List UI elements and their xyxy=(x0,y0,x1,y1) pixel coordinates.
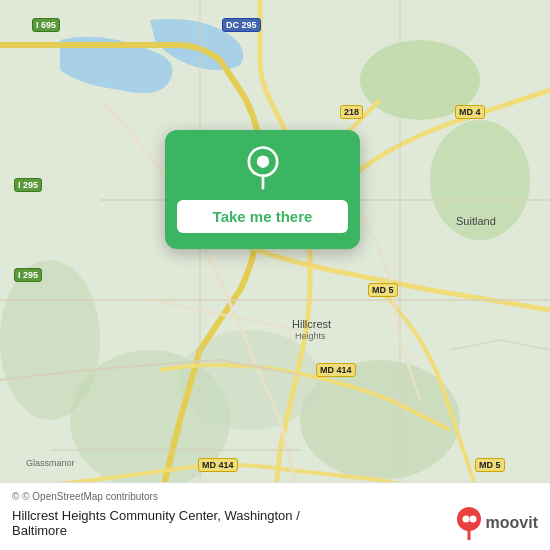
map-container: I 695 DC 295 MD 4 218 I 295 I 295 MD 5 M… xyxy=(0,0,550,550)
map-label-suitland: Suitland xyxy=(456,215,496,227)
moovit-logo: moovit xyxy=(456,506,538,540)
take-me-there-button[interactable]: Take me there xyxy=(177,200,348,233)
location-name-main: Hillcrest Heights Community Center, Wash… xyxy=(12,508,300,523)
highway-label-i695: I 695 xyxy=(32,18,60,32)
highway-label-md414-1: MD 414 xyxy=(316,363,356,377)
location-name-sub: Baltimore xyxy=(12,523,67,538)
highway-label-md4: MD 4 xyxy=(455,105,485,119)
svg-point-7 xyxy=(256,156,268,168)
attribution-text: © OpenStreetMap contributors xyxy=(22,491,158,502)
highway-label-i295-1: I 295 xyxy=(14,178,42,192)
highway-label-dc295: DC 295 xyxy=(222,18,261,32)
map-label-glassmanor: Glassmanor xyxy=(26,458,75,468)
svg-point-10 xyxy=(469,516,476,523)
road-svg xyxy=(0,0,550,550)
highway-label-218: 218 xyxy=(340,105,363,119)
location-row: Hillcrest Heights Community Center, Wash… xyxy=(12,506,538,540)
location-name: Hillcrest Heights Community Center, Wash… xyxy=(12,508,456,538)
highway-label-md5: MD 5 xyxy=(368,283,398,297)
highway-label-i295-2: I 295 xyxy=(14,268,42,282)
map-pin-icon xyxy=(240,144,286,190)
bottom-bar: © © OpenStreetMap contributors Hillcrest… xyxy=(0,482,550,550)
svg-point-4 xyxy=(0,260,100,420)
highway-label-md5-2: MD 5 xyxy=(475,458,505,472)
action-card: Take me there xyxy=(165,130,360,249)
moovit-pin-icon xyxy=(456,506,482,540)
copyright-symbol: © xyxy=(12,491,19,502)
moovit-brand-text: moovit xyxy=(486,514,538,532)
attribution: © © OpenStreetMap contributors xyxy=(12,491,538,502)
map-label-hillcrest: Hillcrest xyxy=(292,318,331,330)
highway-label-md414-2: MD 414 xyxy=(198,458,238,472)
svg-point-9 xyxy=(462,516,469,523)
map-label-heights: Heights xyxy=(295,331,326,341)
